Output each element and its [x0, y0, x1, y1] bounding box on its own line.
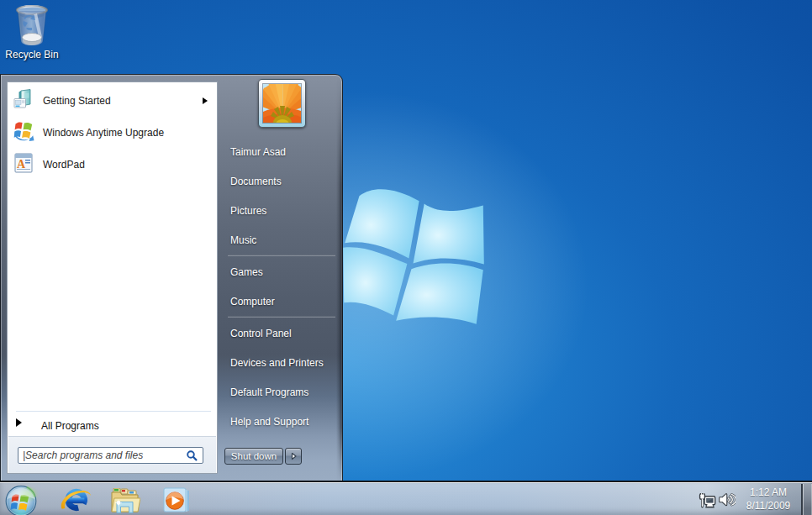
svg-text:A: A — [17, 158, 26, 171]
